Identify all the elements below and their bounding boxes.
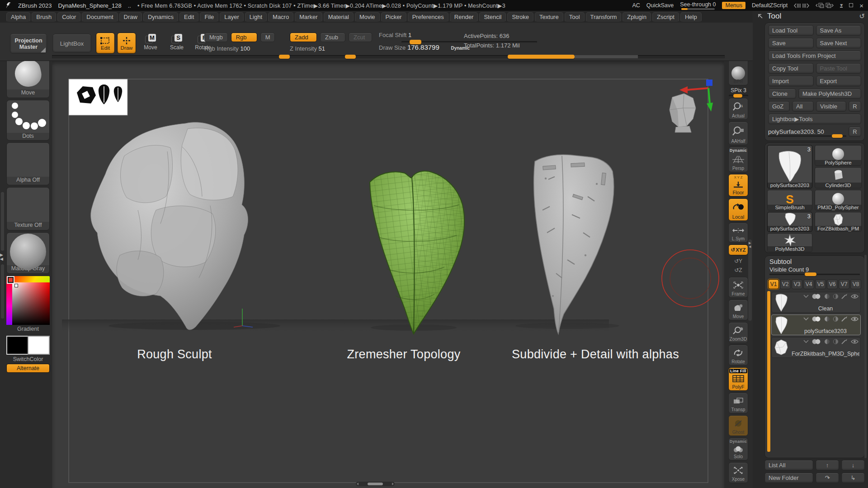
menu-tab-brush[interactable]: Brush bbox=[32, 12, 56, 22]
alpha-tile[interactable]: Alpha Off bbox=[6, 142, 50, 185]
vtab-7[interactable]: V7 bbox=[839, 279, 849, 289]
tool-thumb-active[interactable]: 3 polySurface3203 bbox=[767, 145, 812, 188]
menu-tab-material[interactable]: Material bbox=[324, 12, 354, 22]
goz-r-button[interactable]: R bbox=[849, 101, 861, 112]
chevron-down-icon[interactable] bbox=[803, 295, 809, 298]
palette-reset-icon[interactable]: ↺ bbox=[859, 12, 865, 20]
rgb-intensity-handle[interactable] bbox=[279, 55, 290, 59]
scroll-handle[interactable] bbox=[368, 483, 383, 485]
subtool-row-clean[interactable]: Clean bbox=[771, 292, 861, 313]
menu-tab-edit[interactable]: Edit bbox=[179, 12, 198, 22]
menu-tab-help[interactable]: Help bbox=[680, 12, 702, 22]
shelf-collapse-icons[interactable] bbox=[794, 3, 809, 9]
ac-button[interactable]: AC bbox=[632, 2, 640, 9]
crescent-icon[interactable] bbox=[824, 294, 830, 299]
move-up-button[interactable]: ↑ bbox=[816, 460, 839, 470]
see-through-handle[interactable] bbox=[681, 8, 688, 10]
menu-tab-marker[interactable]: Marker bbox=[295, 12, 322, 22]
menu-tab-light[interactable]: Light bbox=[245, 12, 267, 22]
tool-thumb-pm3d-polysphere[interactable]: PM3D_PolySpher bbox=[815, 190, 862, 211]
goz-button[interactable]: GoZ bbox=[768, 101, 790, 112]
rotate-z-button[interactable]: ↺Z bbox=[728, 267, 748, 273]
clone-button[interactable]: Clone bbox=[768, 89, 796, 99]
eye-icon[interactable] bbox=[851, 294, 859, 299]
tool-thumb-forzbkitbash[interactable]: ForZBkitbash_PM bbox=[815, 212, 862, 232]
subtool-scroll-handle[interactable] bbox=[767, 291, 770, 452]
extract-arrow-button[interactable]: ↷ bbox=[816, 473, 839, 483]
close-button[interactable]: × bbox=[859, 2, 863, 9]
zadd-button[interactable]: Zadd bbox=[290, 33, 317, 42]
panel-dock-icons[interactable] bbox=[816, 2, 834, 9]
move-mode-button[interactable]: M Move bbox=[140, 34, 161, 51]
stroke-tile[interactable]: Dots bbox=[6, 100, 50, 141]
chevron-down-icon[interactable] bbox=[803, 340, 809, 343]
scroll-left-arrow[interactable] bbox=[357, 483, 359, 485]
switch-color-widget[interactable] bbox=[6, 336, 50, 355]
menu-tab-texture[interactable]: Texture bbox=[535, 12, 563, 22]
color-gradient-picker[interactable] bbox=[6, 276, 50, 325]
menu-tab-picker[interactable]: Picker bbox=[381, 12, 406, 22]
menus-button[interactable]: Menus bbox=[722, 2, 745, 9]
export-button[interactable]: Export bbox=[816, 76, 862, 86]
paintbrush-icon[interactable] bbox=[841, 339, 848, 344]
scroll-right-arrow[interactable] bbox=[392, 483, 394, 485]
hue-strip[interactable] bbox=[6, 282, 12, 325]
all-button[interactable]: All bbox=[792, 101, 814, 112]
active-tool-handle[interactable] bbox=[832, 134, 843, 138]
rotate-xyz-button[interactable]: ↺ XYZ bbox=[728, 244, 748, 255]
shelf-scroll-arrows[interactable]: ▶◀ bbox=[749, 241, 751, 249]
import-button[interactable]: Import bbox=[768, 76, 814, 86]
zcut-button[interactable]: Zcut bbox=[349, 33, 372, 42]
secondary-color-swatch[interactable] bbox=[28, 336, 50, 355]
move-down-button[interactable]: ↓ bbox=[841, 460, 865, 470]
lightbox-button[interactable]: LightBox bbox=[52, 34, 91, 53]
menu-tab-macro[interactable]: Macro bbox=[268, 12, 293, 22]
active-tool-slider[interactable]: polySurface3203. 50 bbox=[768, 128, 846, 135]
tool-thumb-polysurface2[interactable]: 3 polySurface3203 bbox=[767, 212, 812, 232]
menu-tab-tool[interactable]: Tool bbox=[565, 12, 585, 22]
vtab-1[interactable]: V1 bbox=[768, 279, 779, 289]
frame-button[interactable]: Frame bbox=[728, 277, 748, 298]
main-color-swatch[interactable] bbox=[6, 336, 28, 355]
sv-square[interactable] bbox=[12, 282, 50, 325]
shelf-slider-strip[interactable] bbox=[52, 55, 725, 58]
zoom3d-button[interactable]: Zoom3D bbox=[728, 322, 748, 343]
menu-tab-draw[interactable]: Draw bbox=[119, 12, 142, 22]
document-canvas[interactable]: Rough Sculpt Zremesher Topology Subdivid… bbox=[52, 61, 724, 488]
minimize-button[interactable]: ▾ bbox=[840, 3, 843, 8]
menu-tab-layer[interactable]: Layer bbox=[220, 12, 244, 22]
move-view-button[interactable]: Move bbox=[728, 300, 748, 320]
load-tools-from-project-button[interactable]: Load Tools From Project bbox=[768, 51, 861, 61]
transp-button[interactable]: Transp bbox=[728, 393, 748, 413]
menu-tab-alpha[interactable]: Alpha bbox=[6, 12, 30, 22]
mrgb-button[interactable]: Mrgb bbox=[204, 33, 228, 42]
visible-count-handle[interactable] bbox=[805, 272, 816, 276]
draw-button[interactable]: Draw bbox=[117, 33, 136, 54]
draw-size-scroll-handle[interactable] bbox=[508, 55, 575, 59]
menu-tab-movie[interactable]: Movie bbox=[355, 12, 380, 22]
vtab-6[interactable]: V6 bbox=[827, 279, 838, 289]
focal-shift-handle[interactable] bbox=[410, 40, 421, 44]
subtool-row-polysurface[interactable]: polySurface3203 bbox=[771, 314, 861, 335]
save-next-button[interactable]: Save Next bbox=[816, 38, 862, 48]
left-divider-track-top[interactable] bbox=[1, 192, 4, 251]
menu-tab-preferences[interactable]: Preferences bbox=[408, 12, 448, 22]
rgb-button[interactable]: Rgb bbox=[231, 33, 257, 42]
tool-thumb-polymesh3d[interactable]: PolyMesh3D bbox=[767, 233, 812, 252]
menu-tab-file[interactable]: File bbox=[200, 12, 218, 22]
lsym-button[interactable]: L.Sym bbox=[728, 223, 748, 243]
zsub-button[interactable]: Zsub bbox=[320, 33, 345, 42]
eye-icon[interactable] bbox=[851, 339, 859, 344]
rotate-view-button[interactable]: Rotate bbox=[728, 345, 748, 366]
current-brush-tile[interactable]: Move bbox=[6, 57, 50, 98]
menu-tab-document[interactable]: Document bbox=[82, 12, 118, 22]
panel-arrow-icon[interactable] bbox=[757, 13, 764, 19]
spix-handle[interactable] bbox=[733, 94, 742, 98]
tool-thumb-cylinder[interactable]: Cylinder3D bbox=[815, 167, 862, 188]
palette-scrollbar[interactable] bbox=[864, 255, 867, 458]
left-divider-track-bottom[interactable] bbox=[1, 264, 4, 319]
menu-tab-zplugin[interactable]: Zplugin bbox=[623, 12, 651, 22]
lightbox-tools-button[interactable]: Lightbox▶Tools bbox=[768, 114, 861, 124]
menu-tab-color[interactable]: Color bbox=[57, 12, 80, 22]
paintbrush-icon[interactable] bbox=[841, 316, 848, 322]
